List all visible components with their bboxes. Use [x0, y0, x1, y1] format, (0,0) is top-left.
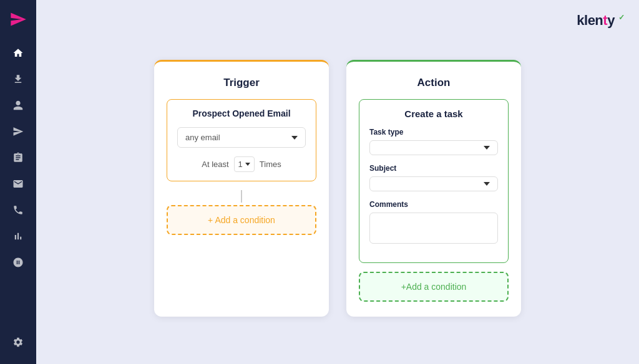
main-content: klenty ✓ Trigger Prospect Opened Email a… [36, 0, 639, 364]
phone-icon [12, 204, 24, 216]
clipboard-icon [12, 152, 24, 163]
at-least-chevron-icon [245, 163, 250, 166]
trigger-inner-box: Prospect Opened Email any email At least… [167, 99, 316, 181]
trigger-card: Trigger Prospect Opened Email any email … [154, 60, 329, 317]
klenty-logo-accent: t [603, 12, 607, 28]
subject-dropdown[interactable] [369, 176, 498, 191]
sidebar-item-download[interactable] [5, 67, 31, 91]
settings-icon [12, 337, 24, 348]
at-least-label: At least [202, 160, 228, 169]
action-inner-box: Create a task Task type Subject [359, 99, 509, 263]
chart-icon [12, 231, 24, 242]
task-type-arrow-icon [484, 146, 490, 150]
download-icon [12, 74, 24, 85]
sidebar [0, 0, 36, 364]
times-label: Times [260, 160, 281, 169]
cards-container: Trigger Prospect Opened Email any email … [154, 60, 521, 317]
trigger-card-title: Trigger [167, 77, 316, 89]
sidebar-item-clipboard[interactable] [5, 146, 31, 170]
action-card-title: Action [359, 77, 509, 89]
klenty-logo: klenty ✓ [577, 12, 624, 29]
task-type-dropdown[interactable] [369, 140, 498, 155]
email-dropdown-value: any email [185, 133, 220, 142]
action-card: Action Create a task Task type Subject [346, 60, 521, 317]
add-condition-action-button[interactable]: +Add a condition [359, 272, 509, 302]
sidebar-item-mail[interactable] [5, 172, 31, 196]
at-least-select[interactable]: 1 [234, 156, 255, 172]
logo-icon [9, 11, 27, 28]
comments-field-group: Comments [369, 200, 498, 246]
trigger-event-title: Prospect Opened Email [177, 108, 306, 118]
subject-field-group: Subject [369, 164, 498, 191]
comments-label: Comments [369, 200, 498, 209]
email2-icon [12, 257, 24, 268]
sidebar-item-home[interactable] [5, 41, 31, 65]
comments-textarea[interactable] [369, 213, 498, 244]
sidebar-item-email2[interactable] [5, 251, 31, 274]
sidebar-item-send[interactable] [5, 120, 31, 143]
email-dropdown[interactable]: any email [177, 127, 306, 148]
sidebar-item-settings[interactable] [5, 330, 31, 354]
sidebar-item-chart[interactable] [5, 224, 31, 248]
sidebar-logo [9, 10, 27, 29]
connector-line [241, 190, 242, 203]
klenty-checkmark: ✓ [618, 13, 625, 22]
sidebar-item-user[interactable] [5, 93, 31, 117]
add-condition-trigger-button[interactable]: + Add a condition [167, 205, 316, 235]
action-event-title: Create a task [369, 108, 498, 119]
task-type-field-group: Task type [369, 128, 498, 155]
send-icon [12, 126, 24, 137]
subject-arrow-icon [484, 182, 490, 186]
user-icon [12, 100, 24, 111]
task-type-label: Task type [369, 128, 498, 136]
subject-label: Subject [369, 164, 498, 173]
home-icon [12, 47, 24, 59]
at-least-arrow-icon [245, 163, 250, 166]
sidebar-item-phone[interactable] [5, 198, 31, 222]
mail-icon [12, 178, 24, 189]
email-dropdown-arrow-icon [291, 136, 298, 140]
at-least-row: At least 1 Times [177, 156, 306, 172]
at-least-value: 1 [238, 160, 243, 169]
